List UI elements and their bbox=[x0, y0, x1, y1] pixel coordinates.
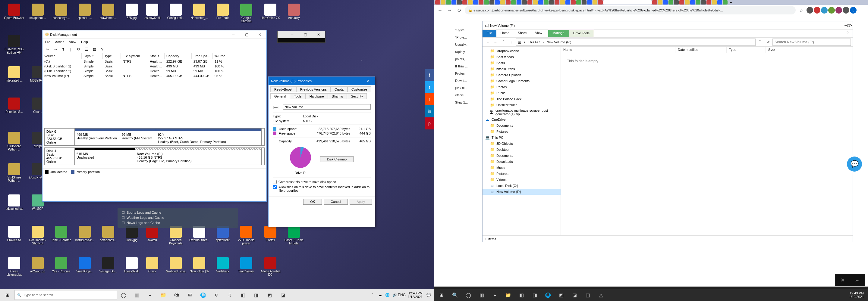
dm-maximize[interactable]: ▢ bbox=[240, 30, 253, 39]
desktop-icon[interactable]: SmartObje... bbox=[74, 257, 95, 273]
desktop-icon[interactable]: 325.jpg bbox=[121, 4, 142, 20]
start-button[interactable]: ⊞ bbox=[0, 289, 14, 301]
ext-2[interactable] bbox=[814, 7, 820, 13]
chrome-tab[interactable] bbox=[544, 0, 549, 4]
dm-menu-view[interactable]: View bbox=[69, 40, 76, 44]
desktop-icon[interactable]: Audacity bbox=[283, 4, 304, 20]
nav-item[interactable]: 📁.dropbox.cache bbox=[483, 48, 561, 54]
chrome-tab[interactable] bbox=[560, 0, 565, 4]
chrome-tab[interactable] bbox=[652, 0, 657, 4]
ext-5[interactable] bbox=[835, 7, 842, 13]
exp-close[interactable]: ✕ bbox=[850, 24, 852, 27]
tb-office[interactable]: ⬥ bbox=[144, 289, 157, 301]
tb-store[interactable]: 🛍 bbox=[170, 289, 183, 301]
desktop-icon[interactable]: Adobe Acrobat DC bbox=[260, 257, 281, 276]
chrome-tab[interactable] bbox=[478, 0, 484, 4]
cortana-circle[interactable]: ◯ bbox=[117, 289, 130, 301]
dm-col-header[interactable]: % Free bbox=[213, 53, 229, 59]
address-bar[interactable]: 🔒 easeus.com/partition-manager-software/… bbox=[465, 6, 796, 14]
dm-tool-up[interactable]: ⬆ bbox=[59, 46, 67, 53]
nav-item[interactable]: 📁Downloads bbox=[483, 159, 561, 165]
desktop-icon[interactable]: Documents - Shortcut bbox=[27, 226, 48, 245]
tb-app4[interactable]: ◪ bbox=[276, 289, 289, 301]
share-linkedin[interactable]: in bbox=[425, 105, 434, 118]
desktop-icon[interactable]: SkillShare Python ... bbox=[4, 163, 25, 182]
dm-col-header[interactable]: File System bbox=[121, 53, 148, 59]
dm-col-header[interactable]: Capacity bbox=[164, 53, 192, 59]
desktop-icon[interactable]: codecanyo... bbox=[51, 4, 72, 20]
col-name[interactable]: Name bbox=[561, 47, 675, 53]
dm-tool-fwd[interactable]: ⇨ bbox=[52, 46, 59, 53]
chrome-tab[interactable] bbox=[712, 0, 717, 4]
desktop-icon[interactable]: Priorities-S... bbox=[4, 98, 25, 113]
nav-item[interactable]: 📁Untitled folder bbox=[483, 102, 561, 108]
desktop-icon[interactable]: Vintage-Ori... bbox=[98, 257, 119, 273]
partition[interactable]: New Volume (F:)465.16 GB NTFSHealthy (Pa… bbox=[135, 148, 261, 165]
desktop-icon[interactable]: Pro-Tools bbox=[212, 4, 233, 20]
article-option-2[interactable]: ☐Weather Logs and Cache bbox=[122, 216, 234, 220]
start-button-r[interactable]: ⊞ bbox=[434, 289, 448, 301]
tb-r6[interactable]: ◩ bbox=[555, 289, 568, 301]
desktop-icon[interactable]: SkillShare Python ... bbox=[4, 132, 25, 151]
index-checkbox[interactable]: Allow files on this drive to have conten… bbox=[273, 185, 371, 192]
dm-col-header[interactable]: Free Spa... bbox=[192, 53, 213, 59]
chrome-tab[interactable] bbox=[484, 0, 489, 4]
tb-app1[interactable]: ◧ bbox=[236, 289, 250, 301]
share-reddit[interactable]: r bbox=[425, 93, 434, 105]
nav-item[interactable]: 📁The Palace Pack bbox=[483, 96, 561, 102]
crumb-refresh[interactable]: ⟳ bbox=[765, 39, 771, 45]
desktop-icon[interactable]: 9496.jpg bbox=[121, 226, 142, 242]
nav-item[interactable]: 📁Camera Uploads bbox=[483, 72, 561, 78]
new-tab[interactable]: + bbox=[728, 1, 734, 4]
tb-search-r[interactable]: 🔍 bbox=[448, 289, 462, 301]
ribbon-share[interactable]: Share bbox=[514, 30, 531, 37]
chrome-tab[interactable] bbox=[511, 0, 516, 4]
tb-edge[interactable]: 🌐 bbox=[196, 289, 210, 301]
disk0-row[interactable]: Disk 0 Basic 223.56 GB Online 499 MBHeal… bbox=[44, 128, 265, 146]
desktop-icon[interactable]: TeamViewer bbox=[236, 257, 257, 273]
tb-r4[interactable]: ◨ bbox=[528, 289, 541, 301]
chrome-menu[interactable]: ⋮ bbox=[858, 6, 866, 14]
nav-item[interactable]: 📁Photos bbox=[483, 84, 561, 90]
dm-minimize[interactable]: ─ bbox=[227, 30, 240, 39]
tb-r8[interactable]: ◫ bbox=[581, 289, 594, 301]
nav-item[interactable]: 📁bitcoinTitans bbox=[483, 66, 561, 72]
chrome-tab[interactable] bbox=[679, 0, 684, 4]
bgwin-titlebar[interactable]: ─ ▢ ✕ bbox=[278, 31, 325, 38]
ext-1[interactable] bbox=[807, 7, 813, 13]
tb-chrome-r[interactable]: 🌐 bbox=[541, 289, 555, 301]
ext-3[interactable] bbox=[821, 7, 828, 13]
tb-office-r[interactable]: ⬥ bbox=[488, 289, 501, 301]
col-type[interactable]: Type bbox=[727, 47, 766, 53]
desktop-icon[interactable]: Grabbed Keywords bbox=[165, 226, 186, 245]
prop-tab[interactable]: ReadyBoost bbox=[270, 87, 296, 92]
dm-col-header[interactable]: Type bbox=[103, 53, 121, 59]
share-pinterest[interactable]: p bbox=[425, 118, 434, 129]
chrome-tab[interactable] bbox=[603, 0, 652, 4]
volume-row[interactable]: (Disk 0 partition 2)SimpleBasicHealth...… bbox=[42, 69, 267, 73]
chat-fab[interactable]: 💬 bbox=[847, 157, 862, 172]
chrome-tab[interactable] bbox=[468, 0, 472, 4]
desktop-icon[interactable]: New folder (3) bbox=[189, 257, 210, 273]
share-facebook[interactable]: f bbox=[425, 69, 434, 81]
desktop-icon[interactable]: Opera Browser bbox=[4, 4, 25, 20]
nav-up-exp[interactable]: ↑ bbox=[508, 39, 515, 45]
prop-apply-button[interactable]: Apply bbox=[350, 199, 372, 205]
dm-titlebar[interactable]: 📀 Disk Management ─ ▢ ✕ bbox=[42, 30, 267, 39]
tb-app2[interactable]: ◨ bbox=[250, 289, 263, 301]
nav-item[interactable]: 🖴New Volume (F:) bbox=[483, 189, 561, 195]
tb-explorer[interactable]: 📁 bbox=[157, 289, 170, 301]
chrome-tab[interactable] bbox=[723, 0, 727, 4]
desktop-icon[interactable]: Yes - Chrome bbox=[51, 257, 72, 273]
tray-net[interactable]: 🌐 bbox=[384, 289, 391, 301]
compress-checkbox[interactable]: Compress this drive to save disk space bbox=[273, 180, 371, 184]
chrome-tab[interactable] bbox=[576, 0, 581, 4]
chrome-tabbar[interactable]: + bbox=[434, 0, 868, 5]
nav-item[interactable]: 📁Pictures bbox=[483, 171, 561, 177]
desktop-icon[interactable]: Firefox bbox=[260, 226, 281, 242]
nav-item[interactable]: 📁Public bbox=[483, 90, 561, 96]
cortana-r[interactable]: ◯ bbox=[462, 289, 475, 301]
disk1-row[interactable]: Disk 1 Basic 465.76 GB Online 615 MBUnal… bbox=[44, 147, 265, 165]
desktop-icon[interactable]: crawlomati... bbox=[98, 4, 119, 20]
chrome-tab[interactable] bbox=[490, 0, 494, 4]
